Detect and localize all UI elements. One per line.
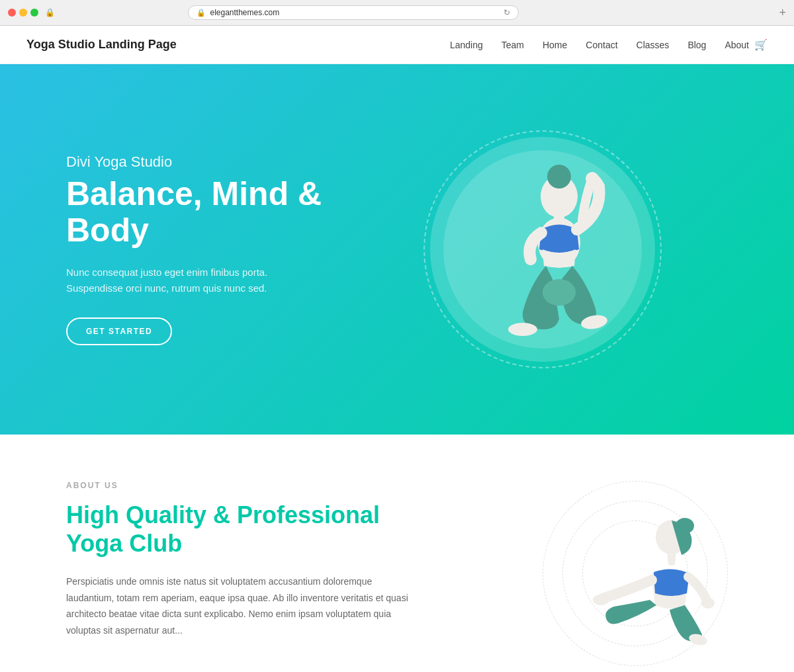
new-tab-button[interactable]: + — [779, 6, 786, 20]
hero-content: Divi Yoga Studio Balance, Mind & Body Nu… — [66, 153, 384, 345]
refresh-icon[interactable]: ↻ — [504, 8, 510, 17]
minimize-dot[interactable] — [19, 9, 27, 17]
nav-link-about[interactable]: About — [725, 40, 749, 50]
svg-point-8 — [586, 172, 599, 185]
hero-description: Nunc consequat justo eget enim finibus p… — [66, 265, 384, 296]
site-logo[interactable]: Yoga Studio Landing Page — [26, 38, 450, 52]
lock-icon: 🔒 — [45, 8, 55, 17]
browser-dots — [8, 9, 38, 17]
svg-point-5 — [508, 323, 537, 336]
url-text: elegantthemes.com — [210, 8, 279, 17]
about-title: High Quality & Professional Yoga Club — [66, 501, 410, 558]
hero-subtitle: Divi Yoga Studio — [66, 153, 384, 171]
nav-link-contact[interactable]: Contact — [586, 40, 617, 50]
website: Yoga Studio Landing Page Landing Team Ho… — [0, 26, 794, 672]
nav-link-landing[interactable]: Landing — [450, 40, 483, 50]
about-label: ABOUT US — [66, 481, 410, 490]
close-dot[interactable] — [8, 9, 16, 17]
cart-icon[interactable]: 🛒 — [754, 38, 768, 51]
get-started-button[interactable]: GET STARTED — [66, 317, 172, 345]
ssl-icon: 🔒 — [197, 9, 206, 17]
about-section: ABOUT US High Quality & Professional Yog… — [0, 435, 794, 672]
nav-link-team[interactable]: Team — [502, 40, 524, 50]
svg-point-1 — [547, 165, 571, 189]
browser-chrome: 🔒 🔒 elegantthemes.com ↻ + — [0, 0, 794, 26]
hero-title: Balance, Mind & Body — [66, 176, 384, 249]
address-bar[interactable]: 🔒 elegantthemes.com ↻ — [188, 5, 519, 20]
hero-illustration — [384, 110, 701, 388]
nav-link-blog[interactable]: Blog — [687, 40, 706, 50]
navigation: Yoga Studio Landing Page Landing Team Ho… — [0, 26, 794, 64]
about-description: Perspiciatis unde omnis iste natus sit v… — [66, 573, 410, 638]
svg-point-10 — [676, 518, 694, 534]
nav-link-classes[interactable]: Classes — [637, 40, 670, 50]
hero-section: Divi Yoga Studio Balance, Mind & Body Nu… — [0, 64, 794, 435]
about-illustration — [450, 481, 728, 666]
yoga-figure-about — [543, 501, 715, 646]
yoga-figure-hero — [443, 134, 642, 365]
svg-point-12 — [593, 595, 609, 605]
maximize-dot[interactable] — [30, 9, 38, 17]
nav-link-home[interactable]: Home — [543, 40, 567, 50]
nav-links: Landing Team Home Contact Classes Blog A… — [450, 39, 749, 51]
svg-point-13 — [701, 598, 715, 609]
about-content: ABOUT US High Quality & Professional Yog… — [66, 481, 410, 638]
svg-point-7 — [543, 279, 576, 306]
